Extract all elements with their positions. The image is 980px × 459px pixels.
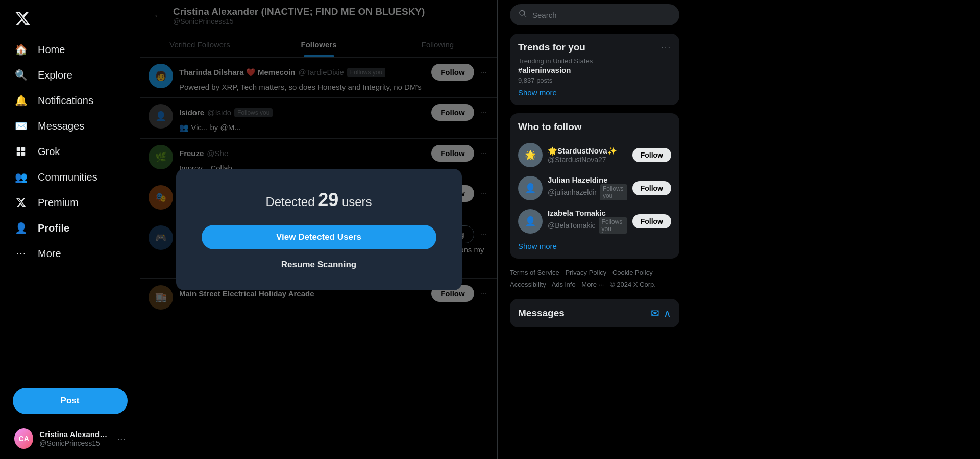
sidebar-item-grok[interactable]: Grok (6, 139, 134, 164)
svg-rect-2 (17, 152, 20, 156)
bell-icon: 🔔 (14, 94, 28, 107)
resume-scanning-button[interactable]: Resume Scanning (281, 260, 356, 270)
avatar: CA (14, 428, 33, 449)
sidebar-item-label: Grok (38, 146, 60, 158)
footer-link-terms[interactable]: Terms of Service (510, 269, 559, 276)
premium-icon (14, 196, 28, 209)
sidebar-item-label: Premium (38, 197, 79, 209)
communities-icon: 👥 (14, 170, 28, 184)
who-to-follow-section: Who to follow 🌟 🌟StardustNova✨ @Stardust… (510, 113, 679, 259)
sidebar-item-label: More (38, 248, 61, 260)
footer-link-privacy[interactable]: Privacy Policy (565, 269, 606, 276)
sidebar-item-label: Home (38, 44, 65, 56)
search-input[interactable] (532, 11, 671, 19)
svg-rect-0 (17, 147, 20, 151)
avatar: 👤 (518, 209, 543, 234)
list-item[interactable]: 👤 Julian Hazeldine @julianhazeldir Follo… (518, 171, 671, 205)
list-item[interactable]: 👤 Izabela Tomakic @BelaTomakic Follows y… (518, 205, 671, 238)
post-button[interactable]: Post (13, 388, 128, 414)
footer-link-cookie[interactable]: Cookie Policy (612, 269, 653, 276)
follow-button[interactable]: Follow (632, 148, 671, 162)
footer-links: Terms of Service Privacy Policy Cookie P… (510, 267, 679, 291)
sidebar-item-label: Explore (38, 69, 72, 81)
user-name: Julian Hazeldine (548, 175, 627, 184)
main-content: ← Cristina Alexander (INACTIVE; FIND ME … (140, 0, 498, 459)
modal-suffix: users (342, 195, 372, 209)
trending-subtitle: Trending in United States (518, 57, 671, 65)
messages-title: Messages (518, 308, 565, 319)
more-icon: ⋯ (14, 247, 28, 260)
avatar: 🌟 (518, 143, 543, 167)
search-icon (518, 9, 527, 20)
follows-you-badge: Follows you (599, 217, 627, 234)
footer-copyright: © 2024 X Corp. (610, 280, 656, 288)
follow-button[interactable]: Follow (632, 214, 671, 228)
messages-box: Messages ✉ ∧ (510, 299, 679, 327)
svg-rect-3 (21, 152, 25, 156)
modal-prefix: Detected (265, 195, 314, 209)
collapse-messages-icon[interactable]: ∧ (664, 307, 671, 319)
sidebar-user[interactable]: CA Cristina Alexander (IN @SonicPrincess… (6, 422, 134, 455)
trending-box: Trends for you ··· Trending in United St… (510, 34, 679, 105)
user-name: 🌟StardustNova✨ (548, 146, 627, 156)
modal-overlay: Detected 29 users View Detected Users Re… (140, 0, 497, 459)
trending-more-button[interactable]: ··· (662, 43, 671, 52)
show-more-trends[interactable]: Show more (518, 88, 671, 97)
sidebar-item-label: Communities (38, 171, 97, 183)
compose-message-icon[interactable]: ✉ (651, 307, 659, 319)
sidebar-item-profile[interactable]: 👤 Profile (6, 215, 134, 241)
modal-title: Detected 29 users (202, 189, 436, 211)
sidebar-item-premium[interactable]: Premium (6, 190, 134, 215)
sidebar-item-label: Profile (38, 222, 69, 234)
nav-menu: 🏠 Home 🔍 Explore 🔔 Notifications ✉️ Mess… (6, 37, 134, 379)
user-display-name: Cristina Alexander (IN (39, 430, 111, 439)
user-handle: @SonicPrincess15 (39, 439, 100, 447)
trending-hashtag: #alieninvasion (518, 66, 671, 74)
footer-link-more[interactable]: More ··· (581, 280, 604, 288)
user-name: Izabela Tomakic (548, 209, 627, 217)
sidebar-item-messages[interactable]: ✉️ Messages (6, 113, 134, 139)
explore-icon: 🔍 (14, 68, 28, 82)
user-handle: @julianhazeldir (548, 188, 597, 196)
user-handle: @StardustNova27 (548, 156, 606, 164)
avatar: 👤 (518, 176, 543, 200)
sidebar-item-more[interactable]: ⋯ More (6, 241, 134, 266)
trending-count: 9,837 posts (518, 76, 671, 84)
view-detected-users-button[interactable]: View Detected Users (202, 225, 436, 249)
user-handle: @BelaTomakic (548, 221, 596, 230)
trending-title: Trends for you (518, 42, 585, 53)
sidebar-item-notifications[interactable]: 🔔 Notifications (6, 88, 134, 113)
footer-link-ads[interactable]: Ads info (552, 280, 576, 288)
follows-you-badge: Follows you (600, 184, 627, 200)
search-bar (510, 4, 679, 26)
home-icon: 🏠 (14, 43, 28, 56)
sidebar-item-label: Notifications (38, 95, 93, 107)
grok-icon (14, 145, 28, 158)
who-to-follow-title: Who to follow (518, 121, 671, 133)
list-item[interactable]: 🌟 🌟StardustNova✨ @StardustNova27 Follow (518, 139, 671, 171)
profile-icon: 👤 (14, 221, 28, 235)
sidebar-item-explore[interactable]: 🔍 Explore (6, 62, 134, 88)
x-logo[interactable] (6, 4, 134, 35)
sidebar-item-home[interactable]: 🏠 Home (6, 37, 134, 62)
sidebar-item-label: Messages (38, 120, 84, 132)
modal-count: 29 (318, 189, 338, 210)
detection-modal: Detected 29 users View Detected Users Re… (176, 169, 462, 290)
mail-icon: ✉️ (14, 119, 28, 133)
footer-link-accessibility[interactable]: Accessibility (510, 280, 546, 288)
follow-button[interactable]: Follow (632, 181, 671, 195)
sidebar: 🏠 Home 🔍 Explore 🔔 Notifications ✉️ Mess… (0, 0, 140, 459)
right-sidebar: Trends for you ··· Trending in United St… (498, 0, 692, 459)
svg-rect-1 (21, 147, 25, 151)
sidebar-item-communities[interactable]: 👥 Communities (6, 164, 134, 190)
show-more-who-to-follow[interactable]: Show more (518, 242, 671, 250)
user-more-button[interactable]: ··· (117, 433, 126, 445)
x-logo-icon (14, 10, 31, 27)
